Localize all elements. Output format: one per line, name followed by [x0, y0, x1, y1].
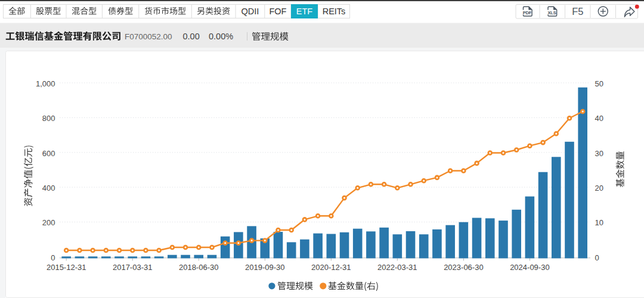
svg-text:REITs: REITs [323, 7, 346, 16]
svg-text:2022-03-31: 2022-03-31 [377, 263, 417, 272]
svg-text:30: 30 [595, 149, 603, 158]
svg-text:PDF: PDF [523, 10, 532, 15]
svg-text:FOF: FOF [269, 7, 286, 16]
svg-text:0: 0 [595, 253, 599, 262]
svg-text:2023-06-30: 2023-06-30 [444, 263, 484, 272]
svg-text:ETF: ETF [296, 7, 313, 16]
svg-text:XLS: XLS [548, 10, 556, 15]
svg-text:2019-09-30: 2019-09-30 [245, 263, 285, 272]
svg-text:0: 0 [51, 253, 55, 262]
svg-text:600: 600 [42, 149, 55, 158]
svg-text:2020-12-31: 2020-12-31 [311, 263, 351, 272]
svg-text:2017-03-31: 2017-03-31 [113, 263, 153, 272]
svg-text:F5: F5 [572, 6, 583, 17]
svg-text:50: 50 [595, 79, 603, 88]
svg-text:1,000: 1,000 [36, 79, 55, 88]
svg-text:F0700052.00: F0700052.00 [125, 32, 172, 41]
svg-text:0.00: 0.00 [183, 32, 200, 41]
svg-text:400: 400 [42, 184, 55, 193]
svg-text:10: 10 [595, 218, 603, 227]
svg-text:QDII: QDII [241, 7, 259, 16]
svg-text:200: 200 [42, 218, 55, 227]
svg-text:2018-06-30: 2018-06-30 [179, 263, 219, 272]
svg-text:20: 20 [595, 184, 603, 193]
svg-text:40: 40 [595, 114, 603, 123]
svg-text:0.00%: 0.00% [209, 32, 233, 41]
svg-text:2015-12-31: 2015-12-31 [47, 263, 86, 272]
svg-text:800: 800 [42, 114, 55, 123]
svg-text:2024-09-30: 2024-09-30 [510, 263, 550, 272]
